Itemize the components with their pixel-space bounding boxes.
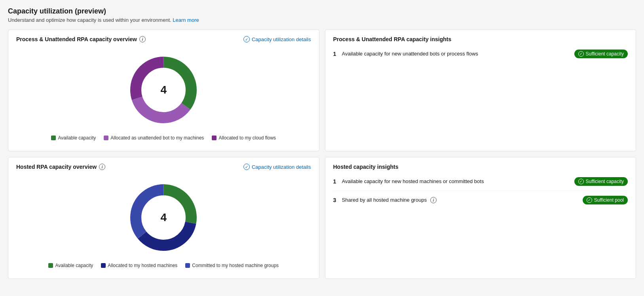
hosted-legend-dot-groups	[185, 263, 190, 268]
hosted-legend-groups: Committed to my hosted machine groups	[185, 263, 279, 268]
process-overview-chart: 4 Available capacity Allocated as unatte…	[16, 46, 311, 145]
process-insight-text-1: Available capacity for new unattended bo…	[342, 51, 478, 57]
page-title: Capacity utilization (preview)	[8, 7, 636, 15]
process-overview-info-icon[interactable]: i	[139, 36, 146, 42]
hosted-insight-text-1: Available capacity for new hosted machin…	[342, 178, 484, 184]
learn-more-link[interactable]: Learn more	[173, 17, 199, 23]
hosted-donut-chart: 4	[124, 178, 203, 257]
hosted-legend-dot-machines	[101, 263, 106, 268]
legend-dot-unattended	[104, 136, 108, 140]
hosted-legend: Available capacity Allocated to my hoste…	[48, 263, 279, 268]
page-subtitle: Understand and optimize how capacity is …	[8, 17, 636, 23]
badge-check-icon-hosted-2: ✓	[587, 197, 592, 203]
hosted-insight-left-1: 1 Available capacity for new hosted mach…	[333, 178, 484, 185]
hosted-legend-available: Available capacity	[48, 263, 93, 268]
process-overview-title: Process & Unattended RPA capacity overvi…	[16, 36, 146, 42]
hosted-insight-text-2: Shared by all hosted machine groups i	[342, 197, 437, 204]
badge-check-icon-1: ✓	[578, 51, 584, 57]
hosted-insight-badge-1: ✓ Sufficient capacity	[574, 177, 628, 186]
hosted-overview-details-link[interactable]: ✓ Capacity utilization details	[243, 164, 311, 170]
shared-info-icon[interactable]: i	[430, 197, 437, 203]
process-overview-details-link[interactable]: ✓ Capacity utilization details	[243, 36, 311, 42]
process-insight-left-1: 1 Available capacity for new unattended …	[333, 51, 478, 57]
badge-check-icon-hosted-1: ✓	[578, 179, 584, 184]
process-insight-row-1: 1 Available capacity for new unattended …	[333, 45, 628, 63]
hosted-insight-badge-2: ✓ Sufficient pool	[583, 196, 628, 204]
hosted-insight-row-2: 3 Shared by all hosted machine groups i …	[333, 191, 628, 209]
process-legend: Available capacity Allocated as unattend…	[51, 135, 276, 141]
hosted-donut-center: 4	[160, 211, 167, 224]
hosted-overview-title: Hosted RPA capacity overview i	[16, 164, 105, 170]
hosted-insight-left-2: 3 Shared by all hosted machine groups i	[333, 197, 437, 204]
hosted-insight-row-1: 1 Available capacity for new hosted mach…	[333, 172, 628, 191]
legend-available: Available capacity	[51, 135, 96, 141]
legend-unattended: Allocated as unattended bot to my machin…	[104, 135, 204, 141]
hosted-legend-dot-available	[48, 263, 53, 268]
details-check-icon: ✓	[243, 36, 250, 42]
process-overview-header: Process & Unattended RPA capacity overvi…	[16, 36, 311, 42]
main-grid: Process & Unattended RPA capacity overvi…	[8, 29, 636, 279]
process-insight-badge-1: ✓ Sufficient capacity	[574, 50, 628, 58]
hosted-insight-number-2: 3	[333, 197, 339, 203]
process-insights-card: Process & Unattended RPA capacity insigh…	[325, 29, 636, 151]
hosted-overview-info-icon[interactable]: i	[99, 164, 105, 170]
hosted-overview-card: Hosted RPA capacity overview i ✓ Capacit…	[8, 157, 319, 279]
hosted-overview-chart: 4 Available capacity Allocated to my hos…	[16, 174, 311, 272]
legend-dot-cloud	[212, 136, 217, 140]
process-donut-center: 4	[160, 84, 167, 96]
legend-cloud: Allocated to my cloud flows	[212, 135, 276, 141]
process-overview-card: Process & Unattended RPA capacity overvi…	[8, 29, 319, 151]
legend-dot-available	[51, 136, 56, 140]
process-insights-title: Process & Unattended RPA capacity insigh…	[333, 36, 628, 42]
hosted-details-check-icon: ✓	[243, 164, 250, 170]
hosted-legend-machines: Allocated to my hosted machines	[101, 263, 177, 268]
process-donut-chart: 4	[124, 50, 203, 130]
process-insight-number-1: 1	[333, 51, 339, 57]
hosted-overview-header: Hosted RPA capacity overview i ✓ Capacit…	[16, 164, 311, 170]
hosted-insights-card: Hosted capacity insights 1 Available cap…	[325, 157, 636, 279]
hosted-insight-number-1: 1	[333, 178, 339, 185]
hosted-insights-title: Hosted capacity insights	[333, 164, 628, 170]
